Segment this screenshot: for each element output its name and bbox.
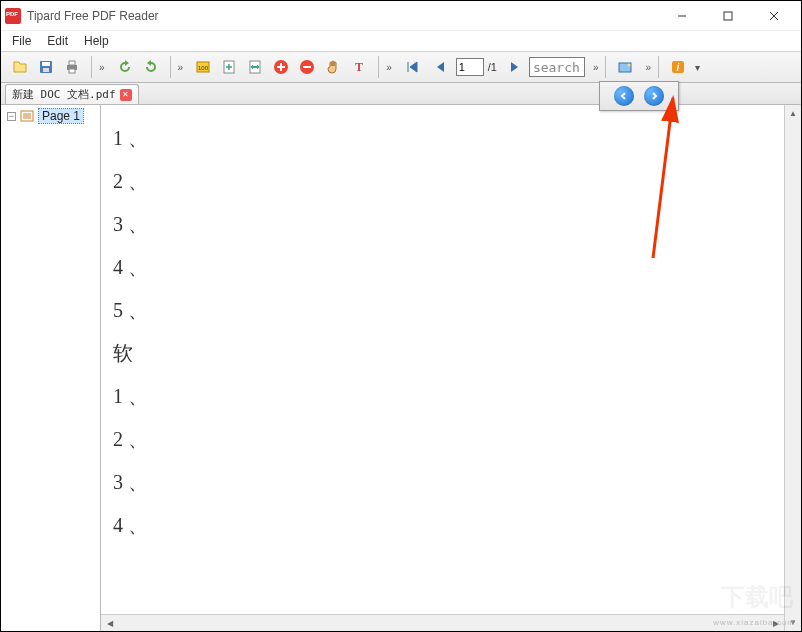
toolbar-overflow-5[interactable]: » <box>642 62 654 73</box>
svg-rect-5 <box>42 62 50 66</box>
search-input[interactable] <box>529 57 585 77</box>
svg-rect-6 <box>43 68 49 72</box>
tree-collapse-icon[interactable]: − <box>7 112 16 121</box>
about-button[interactable]: i <box>666 55 690 79</box>
toolbar-separator <box>91 56 92 78</box>
toolbar-separator <box>170 56 171 78</box>
app-icon <box>5 8 21 24</box>
document-tab[interactable]: 新建 DOC 文档.pdf ✕ <box>5 84 139 104</box>
page-total-label: /1 <box>486 61 499 73</box>
doc-line: 1 、 <box>109 117 776 160</box>
horizontal-scrollbar[interactable]: ◀ ▶ <box>101 614 784 631</box>
print-button[interactable] <box>60 55 84 79</box>
menu-edit[interactable]: Edit <box>40 32 75 50</box>
toolbar-overflow-4[interactable]: » <box>590 62 602 73</box>
scroll-track[interactable] <box>785 122 801 614</box>
toolbar-dropdown[interactable]: ▾ <box>692 62 703 73</box>
prev-page-button[interactable] <box>428 55 454 79</box>
doc-line: 3 、 <box>109 461 776 504</box>
search-prev-button[interactable] <box>614 86 634 106</box>
toolbar-group-file <box>5 55 87 79</box>
tab-close-icon[interactable]: ✕ <box>120 89 132 101</box>
menubar: File Edit Help <box>1 31 801 51</box>
svg-text:100: 100 <box>198 65 209 71</box>
zoom-out-button[interactable] <box>295 55 319 79</box>
toolbar-separator <box>378 56 379 78</box>
doc-line: 2 、 <box>109 160 776 203</box>
watermark-url: www.xiazaiba.com <box>713 618 795 627</box>
search-nav-popup <box>599 81 679 111</box>
svg-rect-8 <box>69 61 75 65</box>
tabstrip: 新建 DOC 文档.pdf ✕ <box>1 83 801 105</box>
svg-text:i: i <box>677 62 680 73</box>
toolbar-group-zoom: 100 T <box>188 55 374 79</box>
next-page-button[interactable] <box>501 55 527 79</box>
page-thumbnails-sidebar: − Page 1 <box>1 105 101 631</box>
toolbar-separator <box>605 56 606 78</box>
main-area: − Page 1 1 、 2 、 3 、 4 、 5 、 软 1 、 2 、 3… <box>1 105 801 631</box>
save-button[interactable] <box>34 55 58 79</box>
svg-rect-9 <box>69 69 75 73</box>
page-number-input[interactable] <box>456 58 484 76</box>
zoom-fit-button[interactable] <box>217 55 241 79</box>
svg-rect-1 <box>724 12 732 20</box>
toolbar-overflow-1[interactable]: » <box>96 62 108 73</box>
vertical-scrollbar[interactable]: ▲ ▼ <box>784 105 801 631</box>
scroll-left-icon[interactable]: ◀ <box>101 616 118 631</box>
menu-file[interactable]: File <box>5 32 38 50</box>
toolbar: » » 100 T » <box>1 51 801 83</box>
first-page-button[interactable] <box>400 55 426 79</box>
doc-line: 4 、 <box>109 246 776 289</box>
window-title: Tipard Free PDF Reader <box>27 9 659 23</box>
text-select-button[interactable]: T <box>347 55 371 79</box>
zoom-width-button[interactable] <box>243 55 267 79</box>
close-button[interactable] <box>751 2 797 30</box>
rotate-right-button[interactable] <box>139 55 163 79</box>
toolbar-group-info: i ▾ <box>663 55 706 79</box>
minimize-button[interactable] <box>659 2 705 30</box>
scroll-up-icon[interactable]: ▲ <box>785 105 801 122</box>
rotate-left-button[interactable] <box>113 55 137 79</box>
pdf-page-content[interactable]: 1 、 2 、 3 、 4 、 5 、 软 1 、 2 、 3 、 4 、 <box>101 105 784 631</box>
watermark-logo: 下载吧 <box>721 581 793 613</box>
toolbar-overflow-2[interactable]: » <box>175 62 187 73</box>
doc-line: 2 、 <box>109 418 776 461</box>
document-viewport: 1 、 2 、 3 、 4 、 5 、 软 1 、 2 、 3 、 4 、 ▲ … <box>101 105 801 631</box>
hand-tool-button[interactable] <box>321 55 345 79</box>
maximize-button[interactable] <box>705 2 751 30</box>
doc-line: 1 、 <box>109 375 776 418</box>
window-controls <box>659 2 797 30</box>
toolbar-overflow-3[interactable]: » <box>383 62 395 73</box>
document-view: 1 、 2 、 3 、 4 、 5 、 软 1 、 2 、 3 、 4 、 ▲ … <box>101 105 801 631</box>
menu-help[interactable]: Help <box>77 32 116 50</box>
titlebar: Tipard Free PDF Reader <box>1 1 801 31</box>
sidebar-item-page-1[interactable]: − Page 1 <box>1 105 100 127</box>
sidebar-page-label: Page 1 <box>38 108 84 124</box>
doc-line: 软 <box>109 332 776 375</box>
doc-line: 3 、 <box>109 203 776 246</box>
zoom-actual-button[interactable]: 100 <box>191 55 215 79</box>
toolbar-group-view <box>610 55 640 79</box>
zoom-in-button[interactable] <box>269 55 293 79</box>
toolbar-group-rotate <box>110 55 166 79</box>
doc-line: 4 、 <box>109 504 776 547</box>
doc-line: 5 、 <box>109 289 776 332</box>
open-button[interactable] <box>8 55 32 79</box>
toolbar-group-nav: /1 <box>397 55 588 79</box>
search-next-button[interactable] <box>644 86 664 106</box>
toolbar-separator <box>658 56 659 78</box>
tab-label: 新建 DOC 文档.pdf <box>12 87 116 102</box>
svg-text:T: T <box>355 60 363 74</box>
page-icon <box>20 110 34 122</box>
snapshot-button[interactable] <box>613 55 637 79</box>
svg-point-18 <box>628 64 631 67</box>
